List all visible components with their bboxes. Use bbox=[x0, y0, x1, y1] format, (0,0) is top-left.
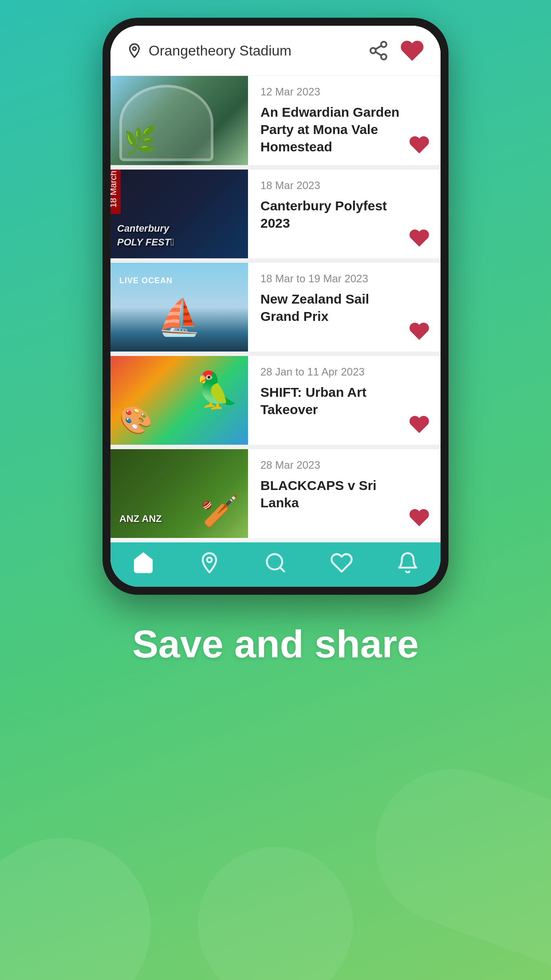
event-title: SHIFT: Urban Art Takeover bbox=[260, 383, 428, 418]
phone-frame: Orangetheory Stadium bbox=[102, 18, 449, 595]
events-list: 12 Mar 2023 An Edwardian Garden Party at… bbox=[110, 76, 441, 538]
nav-item-notifications[interactable] bbox=[396, 551, 419, 574]
phone-screen: Orangetheory Stadium bbox=[110, 26, 441, 587]
event-title: An Edwardian Garden Party at Mona Vale H… bbox=[260, 103, 428, 155]
event-heart-icon[interactable] bbox=[409, 414, 430, 435]
event-title: Canterbury Polyfest 2023 bbox=[260, 197, 428, 232]
event-date: 28 Jan to 11 Apr 2023 bbox=[260, 366, 428, 378]
location-actions bbox=[368, 38, 425, 63]
nav-item-location[interactable] bbox=[198, 551, 221, 574]
event-info: 28 Mar 2023 BLACKCAPS v Sri Lanka bbox=[248, 449, 441, 538]
event-image-polyfest bbox=[110, 170, 248, 258]
location-name: Orangetheory Stadium bbox=[149, 43, 291, 59]
event-heart-icon[interactable] bbox=[409, 320, 430, 342]
nav-item-search[interactable] bbox=[264, 551, 287, 574]
event-info: 18 Mar 2023 Canterbury Polyfest 2023 bbox=[248, 170, 441, 258]
location-left: Orangetheory Stadium bbox=[126, 43, 291, 59]
event-image-sailing bbox=[110, 263, 248, 352]
event-info: 18 Mar to 19 Mar 2023 New Zealand Sail G… bbox=[248, 263, 441, 352]
share-icon[interactable] bbox=[368, 40, 389, 61]
favorites-nav-icon bbox=[330, 551, 353, 574]
bottom-navigation bbox=[110, 542, 441, 587]
event-heart-icon[interactable] bbox=[409, 134, 430, 155]
header-heart-icon[interactable] bbox=[400, 38, 425, 63]
event-card[interactable]: 28 Jan to 11 Apr 2023 SHIFT: Urban Art T… bbox=[110, 356, 441, 445]
notifications-nav-icon bbox=[396, 551, 419, 574]
svg-point-0 bbox=[133, 47, 136, 51]
event-info: 12 Mar 2023 An Edwardian Garden Party at… bbox=[248, 76, 441, 165]
event-title: New Zealand Sail Grand Prix bbox=[260, 290, 428, 325]
search-nav-icon bbox=[264, 551, 287, 574]
event-image-urban bbox=[110, 356, 248, 445]
event-info: 28 Jan to 11 Apr 2023 SHIFT: Urban Art T… bbox=[248, 356, 441, 445]
svg-line-8 bbox=[280, 567, 284, 571]
location-pin-icon bbox=[126, 43, 142, 59]
location-header: Orangetheory Stadium bbox=[110, 26, 441, 76]
event-image-garden bbox=[110, 76, 248, 165]
event-card[interactable]: 18 Mar to 19 Mar 2023 New Zealand Sail G… bbox=[110, 263, 441, 352]
event-date: 28 Mar 2023 bbox=[260, 459, 428, 471]
svg-line-5 bbox=[375, 46, 382, 49]
nav-item-favorites[interactable] bbox=[330, 551, 353, 574]
save-share-text: Save and share bbox=[132, 622, 419, 666]
background-decoration bbox=[0, 714, 551, 980]
home-icon bbox=[132, 551, 155, 574]
nav-item-home[interactable] bbox=[132, 551, 155, 574]
event-card[interactable]: 18 Mar 2023 Canterbury Polyfest 2023 bbox=[110, 170, 441, 258]
event-date: 18 Mar 2023 bbox=[260, 179, 428, 192]
svg-point-6 bbox=[207, 557, 212, 562]
event-title: BLACKCAPS v Sri Lanka bbox=[260, 477, 428, 511]
location-nav-icon bbox=[198, 551, 221, 574]
event-card[interactable]: 12 Mar 2023 An Edwardian Garden Party at… bbox=[110, 76, 441, 165]
event-image-cricket bbox=[110, 449, 248, 538]
event-card[interactable]: 28 Mar 2023 BLACKCAPS v Sri Lanka bbox=[110, 449, 441, 538]
event-date: 12 Mar 2023 bbox=[260, 86, 428, 98]
event-heart-icon[interactable] bbox=[409, 507, 430, 528]
event-date: 18 Mar to 19 Mar 2023 bbox=[260, 273, 428, 285]
save-share-section: Save and share bbox=[0, 595, 551, 693]
svg-line-4 bbox=[375, 52, 382, 55]
event-heart-icon[interactable] bbox=[409, 227, 430, 249]
